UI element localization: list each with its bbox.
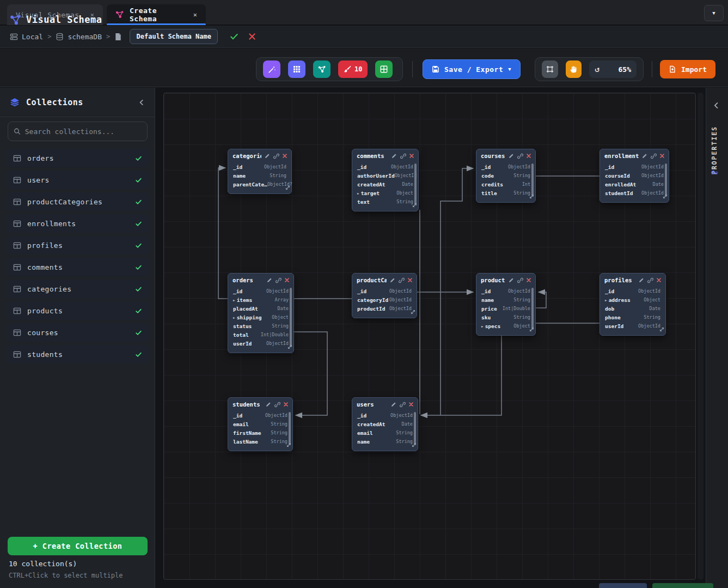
entity-header[interactable]: profiles <box>600 274 665 287</box>
edit-icon[interactable] <box>509 153 514 159</box>
grid-button[interactable] <box>288 60 305 78</box>
edit-icon[interactable] <box>509 277 514 283</box>
entity-card-users[interactable]: users_idObjectIdcreatedAtDateemailString… <box>352 397 418 451</box>
edit-icon[interactable] <box>391 402 396 407</box>
tab-close-icon[interactable]: ✕ <box>193 11 197 19</box>
delete-icon[interactable] <box>283 154 287 158</box>
sidebar-item-categories[interactable]: categories <box>7 280 149 298</box>
edit-icon[interactable] <box>642 153 647 159</box>
resize-handle[interactable] <box>287 341 292 351</box>
sidebar-item-enrollments[interactable]: enrollments <box>7 214 149 233</box>
collapse-sidebar-icon[interactable] <box>138 99 145 106</box>
brush-count-button[interactable]: 10 <box>338 60 368 78</box>
edit-icon[interactable] <box>265 153 270 159</box>
cancel-name-icon[interactable] <box>248 33 256 40</box>
edit-icon[interactable] <box>391 153 397 159</box>
entity-header[interactable]: products <box>476 274 535 287</box>
link-icon[interactable] <box>651 153 657 159</box>
resize-handle[interactable] <box>412 439 417 450</box>
breadcrumb-database[interactable]: schemaDB <box>56 33 102 41</box>
resize-handle[interactable] <box>663 191 668 201</box>
table-view-button[interactable] <box>375 60 393 78</box>
sidebar-item-profiles[interactable]: profiles <box>7 236 149 254</box>
delete-icon[interactable] <box>527 278 531 282</box>
sidebar-item-productCategories[interactable]: productCategories <box>7 192 149 211</box>
resize-handle[interactable] <box>529 191 534 201</box>
expand-caret-icon[interactable]: ▶ <box>357 191 359 195</box>
edit-icon[interactable] <box>390 277 395 283</box>
edit-icon[interactable] <box>639 277 644 283</box>
link-icon[interactable] <box>517 277 523 283</box>
entity-card-students[interactable]: students_idObjectIdemailStringfirstNameS… <box>228 397 293 451</box>
entity-header[interactable]: categories <box>228 149 291 162</box>
expand-caret-icon[interactable]: ▶ <box>233 316 235 319</box>
search-input[interactable] <box>25 128 142 136</box>
entity-card-productCate[interactable]: productCate…_idObjectIdcategoryIdObjectI… <box>352 273 417 318</box>
entity-header[interactable]: enrollments <box>600 149 669 162</box>
schema-canvas[interactable]: categories_idObjectIdnameStringparentCat… <box>163 93 696 580</box>
entity-header[interactable]: orders <box>228 274 293 287</box>
link-icon[interactable] <box>273 153 279 159</box>
breadcrumb-root[interactable]: Local <box>10 33 43 41</box>
entity-card-courses[interactable]: courses_idObjectIdcodeStringcreditsIntti… <box>476 149 536 203</box>
sidebar-item-courses[interactable]: courses <box>7 323 149 342</box>
canvas-scroll-gutter[interactable] <box>698 93 703 580</box>
frame-select-button[interactable] <box>542 60 558 78</box>
tab-overflow-button[interactable]: ▼ <box>704 5 724 21</box>
entity-header[interactable]: productCate… <box>352 274 417 287</box>
link-icon[interactable] <box>399 277 405 283</box>
link-icon[interactable] <box>400 153 406 159</box>
entity-card-categories[interactable]: categories_idObjectIdnameStringparentCat… <box>228 149 292 194</box>
entity-card-products[interactable]: products_idObjectIdnameStringpriceInt|Do… <box>476 273 536 336</box>
pan-hand-button[interactable] <box>566 60 582 78</box>
resize-handle[interactable] <box>412 199 417 210</box>
entity-card-comments[interactable]: comments_idObjectIdauthorUserIdObjectIdc… <box>352 149 419 211</box>
expand-caret-icon[interactable]: ▶ <box>233 298 235 302</box>
entity-header[interactable]: courses <box>476 149 535 162</box>
link-icon[interactable] <box>274 402 280 408</box>
link-icon[interactable] <box>400 402 406 408</box>
relation-line[interactable] <box>294 332 327 415</box>
entity-card-profiles[interactable]: profiles_idObjectId▶addressObjectdobDate… <box>599 273 666 336</box>
relation-line[interactable] <box>536 292 546 308</box>
delete-icon[interactable] <box>660 154 664 158</box>
search-box[interactable] <box>8 122 148 141</box>
entity-header[interactable]: students <box>228 398 292 411</box>
edit-icon[interactable] <box>266 402 271 407</box>
sidebar-item-comments[interactable]: comments <box>7 258 149 276</box>
delete-icon[interactable] <box>527 154 531 158</box>
resize-handle[interactable] <box>285 182 290 192</box>
confirm-name-icon[interactable] <box>230 32 238 41</box>
expand-properties-icon[interactable] <box>713 102 720 109</box>
magic-wand-button[interactable] <box>263 60 280 78</box>
delete-icon[interactable] <box>285 278 289 282</box>
schema-view-button[interactable] <box>313 60 331 78</box>
sidebar-item-students[interactable]: students <box>7 345 149 363</box>
save-export-button[interactable]: Save / Export ▼ <box>423 59 521 79</box>
import-button[interactable]: Import <box>660 60 715 78</box>
resize-handle[interactable] <box>411 306 415 317</box>
link-icon[interactable] <box>517 153 523 159</box>
link-icon[interactable] <box>647 277 653 283</box>
resize-handle[interactable] <box>529 324 534 334</box>
entity-card-orders[interactable]: orders_idObjectId▶itemsArrayplacedAtDate… <box>228 273 294 353</box>
zoom-control[interactable]: ↺ 65% <box>589 60 637 78</box>
expand-caret-icon[interactable]: ▶ <box>605 298 607 302</box>
delete-icon[interactable] <box>409 154 414 158</box>
expand-caret-icon[interactable]: ▶ <box>481 324 484 328</box>
relation-line[interactable] <box>421 323 599 415</box>
schema-name-input[interactable] <box>130 29 218 44</box>
resize-handle[interactable] <box>286 439 291 450</box>
undo-icon[interactable]: ↺ <box>595 64 599 74</box>
entity-header[interactable]: users <box>352 398 418 411</box>
entity-header[interactable]: comments <box>352 149 418 162</box>
sidebar-item-orders[interactable]: orders <box>7 149 149 167</box>
delete-icon[interactable] <box>408 278 412 282</box>
create-collection-button[interactable]: + Create Collection <box>8 537 148 555</box>
entity-card-enrollments[interactable]: enrollments_idObjectIdcourseIdObjectIden… <box>599 149 669 203</box>
link-icon[interactable] <box>276 277 282 283</box>
resize-handle[interactable] <box>659 324 664 334</box>
card-scrollbar[interactable] <box>290 288 292 347</box>
delete-icon[interactable] <box>284 402 288 407</box>
edit-icon[interactable] <box>267 277 272 283</box>
